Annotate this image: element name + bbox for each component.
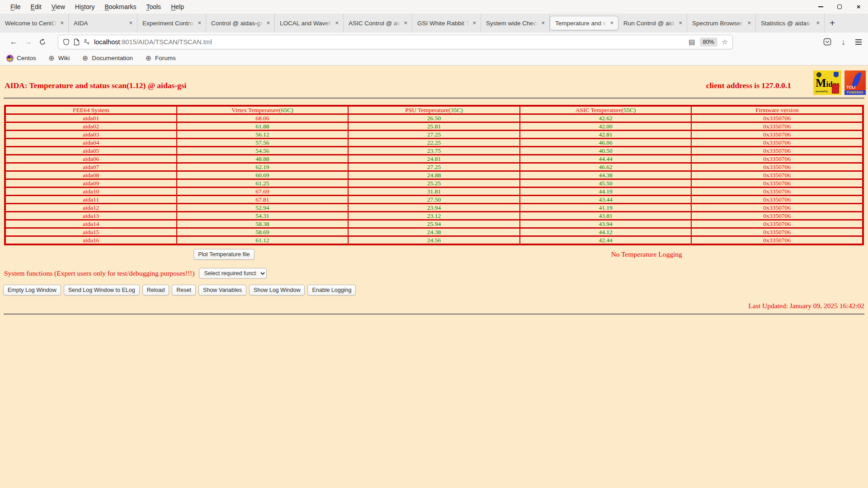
menu-item[interactable]: File [5, 1, 26, 12]
url-bar[interactable]: localhost:8015/AIDA/TSCAN/TSCAN.tml ▤ 80… [58, 35, 733, 49]
tcl-logo: TCL! POWERED [844, 70, 866, 95]
tab-title: AIDA [74, 20, 88, 27]
menu-item[interactable]: Edit [26, 1, 47, 12]
browser-tab[interactable]: AIDA × [69, 14, 137, 33]
function-select[interactable]: Select required function [199, 268, 267, 279]
menu-item[interactable]: View [47, 1, 70, 12]
close-tab-icon[interactable]: × [59, 19, 65, 27]
minimize-icon[interactable] [817, 4, 824, 10]
action-button[interactable]: Enable Logging [307, 285, 356, 296]
column-header: FEE64 System [5, 106, 177, 114]
cell-psu: 27.50 [348, 196, 520, 204]
browser-tab[interactable]: Temperature and s × [550, 16, 618, 30]
action-button[interactable]: Reset [172, 285, 196, 296]
cell-system: aida16 [5, 236, 177, 245]
close-tab-icon[interactable]: × [746, 19, 752, 27]
cell-psu: 22.25 [348, 139, 520, 147]
browser-tab[interactable]: LOCAL and Wavefo × [275, 14, 344, 33]
back-icon[interactable]: ← [6, 35, 21, 49]
action-button[interactable]: Show Log Window [249, 285, 305, 296]
close-tab-icon[interactable]: × [127, 19, 134, 27]
cell-system: aida01 [5, 114, 177, 122]
column-header: Firmware version [691, 106, 863, 114]
close-tab-icon[interactable]: × [334, 19, 340, 27]
tab-title: Experiment Contro [142, 20, 193, 27]
bookmark-item[interactable]: ⊕ Wiki [48, 55, 70, 62]
menu-item[interactable]: Tools [141, 1, 166, 12]
cell-firmware: 0x3350706 [691, 179, 863, 188]
cell-virtex: 67.81 [177, 196, 349, 204]
maximize-icon[interactable] [836, 4, 843, 10]
shield-icon[interactable] [63, 38, 70, 46]
reader-mode-icon[interactable]: ▤ [689, 38, 695, 45]
browser-tab[interactable]: Welcome to CentOS × [0, 14, 69, 33]
close-tab-icon[interactable]: × [677, 19, 684, 27]
action-button[interactable]: Send Log Window to ELog [64, 285, 140, 296]
close-tab-icon[interactable]: × [471, 19, 477, 27]
cell-system: aida02 [5, 122, 177, 131]
cell-virtex: 68.06 [177, 114, 349, 122]
cell-virtex: 61.25 [177, 179, 349, 188]
cell-psu: 23.75 [348, 147, 520, 155]
action-buttons-row: Empty Log Window Send Log Window to ELog… [3, 285, 868, 296]
close-tab-icon[interactable]: × [815, 19, 821, 27]
browser-tab[interactable]: ASIC Control @ aid × [344, 14, 412, 33]
close-tab-icon[interactable]: × [402, 19, 409, 27]
cell-virtex: 54.31 [177, 212, 349, 220]
action-button[interactable]: Reload [142, 285, 170, 296]
pocket-save-icon[interactable] [823, 38, 831, 46]
cell-firmware: 0x3350706 [691, 147, 863, 155]
page-info-icon[interactable] [74, 38, 80, 46]
cell-virtex: 54.56 [177, 147, 349, 155]
midas-logo: Midas powered by [813, 70, 841, 95]
cell-asic: 43.94 [520, 220, 692, 228]
browser-tab[interactable]: Experiment Contro × [137, 14, 206, 33]
cell-system: aida14 [5, 220, 177, 228]
reload-icon[interactable] [35, 35, 50, 49]
action-button[interactable]: Empty Log Window [3, 285, 61, 296]
cell-psu: 24.38 [348, 228, 520, 236]
permissions-icon[interactable] [84, 39, 90, 45]
app-menu-icon[interactable] [855, 38, 862, 46]
table-row: aida09 61.25 25.25 45.50 0x3350706 [5, 179, 863, 188]
menu-item[interactable]: History [70, 1, 100, 12]
last-updated-text: Last Updated: January 09, 2025 16:42:02 [0, 302, 868, 310]
cell-virtex: 61.88 [177, 122, 349, 131]
browser-tab[interactable]: System wide Check × [481, 14, 550, 33]
cell-virtex: 56.12 [177, 131, 349, 139]
close-tab-icon[interactable]: × [196, 19, 203, 27]
url-text[interactable]: localhost:8015/AIDA/TSCAN/TSCAN.tml [94, 38, 689, 46]
bookmark-item[interactable]: ⊕ Forums [145, 55, 176, 62]
bookmark-item[interactable]: ⊕ Centos [6, 55, 36, 62]
new-tab-button[interactable]: + [825, 14, 840, 33]
close-tab-icon[interactable]: × [609, 19, 615, 27]
close-tab-icon[interactable]: × [540, 19, 546, 27]
browser-tab[interactable]: GSI White Rabbit T × [412, 14, 481, 33]
close-tab-icon[interactable]: × [265, 19, 271, 27]
bookmark-star-icon[interactable]: ☆ [722, 38, 728, 45]
browser-tab[interactable]: Statistics @ aidas- × [756, 14, 825, 33]
cell-firmware: 0x3350706 [691, 188, 863, 196]
column-header: PSU Temperature(35C) [348, 106, 520, 114]
cell-firmware: 0x3350706 [691, 196, 863, 204]
menu-item[interactable]: Help [166, 1, 189, 12]
cell-firmware: 0x3350706 [691, 131, 863, 139]
menu-item[interactable]: Bookmarks [99, 1, 141, 12]
table-row: aida06 48.88 24.81 44.44 0x3350706 [5, 155, 863, 163]
browser-tab[interactable]: Spectrum Browser × [687, 14, 756, 33]
bookmark-item[interactable]: ⊕ Documentation [81, 55, 133, 62]
downloads-icon[interactable]: ↓ [841, 38, 845, 46]
column-header: ASIC Temperature(55C) [520, 106, 692, 114]
tab-title: Statistics @ aidas- [761, 20, 811, 27]
browser-tab[interactable]: Run Control @ aida × [618, 14, 687, 33]
action-button[interactable]: Show Variables [198, 285, 246, 296]
cell-virtex: 60.69 [177, 171, 349, 179]
cell-system: aida06 [5, 155, 177, 163]
plot-temperature-button[interactable]: Plot Temperature file [193, 249, 254, 260]
close-window-icon[interactable]: × [855, 4, 862, 10]
browser-tab[interactable]: Control @ aidas-gs × [206, 14, 275, 33]
forward-icon[interactable]: → [21, 35, 35, 49]
cell-psu: 27.25 [348, 163, 520, 171]
tab-title: ASIC Control @ aid [349, 20, 401, 27]
zoom-level-badge[interactable]: 80% [700, 38, 717, 47]
